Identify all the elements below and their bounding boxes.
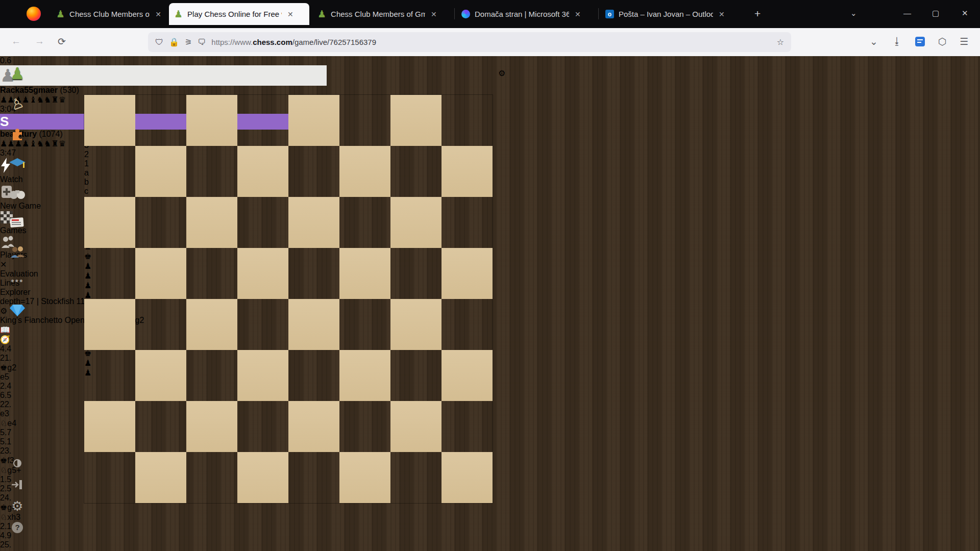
square-a7[interactable]: [84, 146, 135, 197]
square-a8[interactable]: [84, 95, 135, 146]
square-g8[interactable]: [390, 95, 442, 146]
square-h3[interactable]: [442, 350, 493, 401]
sidebar-sign-in-icon[interactable]: [6, 474, 29, 495]
sidebar-more-dots-icon[interactable]: •••: [6, 271, 29, 291]
extensions-icon[interactable]: ⬡: [938, 36, 947, 47]
square-d8[interactable]: [237, 95, 288, 146]
square-c3[interactable]: [186, 350, 237, 401]
menu-icon[interactable]: ☰: [960, 36, 968, 47]
square-d6[interactable]: [237, 197, 288, 248]
square-a4[interactable]: [84, 299, 135, 350]
square-d1[interactable]: [237, 452, 288, 503]
square-d2[interactable]: [237, 401, 288, 452]
square-c7[interactable]: [186, 146, 237, 197]
square-c1[interactable]: [186, 452, 237, 503]
square-g6[interactable]: [390, 197, 442, 248]
sidebar-premium-diamond-icon[interactable]: [6, 300, 29, 320]
sidebar-puzzles-piece-icon[interactable]: [6, 123, 29, 144]
square-e2[interactable]: [288, 401, 339, 452]
square-e7[interactable]: [288, 146, 339, 197]
lock-icon[interactable]: 🔒: [169, 37, 179, 47]
pocket-icon[interactable]: ⌄: [870, 36, 878, 47]
tab-close-icon[interactable]: ✕: [718, 10, 726, 18]
tab-close-icon[interactable]: ✕: [154, 10, 162, 18]
square-f6[interactable]: [339, 197, 390, 248]
square-b5[interactable]: [135, 248, 186, 299]
tab-close-icon[interactable]: ✕: [430, 10, 438, 18]
square-e5[interactable]: [288, 248, 339, 299]
square-e3[interactable]: [288, 350, 339, 401]
square-h4[interactable]: [442, 299, 493, 350]
reload-button[interactable]: ⟳: [58, 36, 66, 47]
square-c8[interactable]: [186, 95, 237, 146]
browser-tab[interactable]: ♟Chess Club Members of Gminaz✕: [312, 3, 453, 25]
square-f1[interactable]: [339, 452, 390, 503]
bookmark-star-icon[interactable]: ☆: [777, 37, 784, 47]
container-icon[interactable]: [915, 37, 925, 46]
square-h7[interactable]: [442, 146, 493, 197]
square-e1[interactable]: [288, 452, 339, 503]
window-close-button[interactable]: ✕: [962, 9, 968, 18]
square-g7[interactable]: [390, 146, 442, 197]
list-tabs-chevron-icon[interactable]: ⌄: [850, 9, 857, 18]
browser-tab[interactable]: ♟Chess Club Members of Gminaz✕: [51, 3, 167, 25]
browser-tab[interactable]: Domača stran | Microsoft 365✕: [456, 3, 597, 25]
square-d5[interactable]: [237, 248, 288, 299]
firefox-logo-icon[interactable]: [27, 7, 41, 21]
square-f4[interactable]: [339, 299, 390, 350]
reader-icon[interactable]: 🗨: [198, 38, 206, 47]
sidebar-play-pawn-icon[interactable]: ♟: [6, 63, 29, 84]
square-a6[interactable]: [84, 197, 135, 248]
chess-board[interactable]: 87654321abcdefgh♜♚♟♟♟♟♜♝♝♟♟♚♟♟: [84, 95, 493, 503]
black-move[interactable]: ♘xh3: [0, 512, 980, 522]
board-settings-gear-icon[interactable]: ⚙: [498, 68, 505, 78]
square-b3[interactable]: [135, 350, 186, 401]
tab-close-icon[interactable]: ✕: [574, 10, 582, 18]
browser-tab[interactable]: oPošta – Ivan Jovan – Outlook✕: [600, 3, 741, 25]
square-f3[interactable]: [339, 350, 390, 401]
sidebar-settings-gear-icon[interactable]: ⚙: [6, 496, 29, 516]
square-b6[interactable]: [135, 197, 186, 248]
permissions-icon[interactable]: ⚞: [185, 37, 192, 47]
sidebar-theme-contrast-icon[interactable]: [6, 453, 29, 473]
sidebar-social-people-icon[interactable]: [6, 242, 29, 262]
new-tab-button[interactable]: +: [754, 8, 761, 20]
square-e4[interactable]: [288, 299, 339, 350]
square-c2[interactable]: [186, 401, 237, 452]
square-g5[interactable]: [390, 248, 442, 299]
shield-icon[interactable]: 🛡: [155, 38, 163, 47]
square-b4[interactable]: [135, 299, 186, 350]
square-f2[interactable]: [339, 401, 390, 452]
sidebar-news-paper-icon[interactable]: [6, 212, 29, 233]
square-d7[interactable]: [237, 146, 288, 197]
square-f8[interactable]: [339, 95, 390, 146]
sidebar-vs-computer-hand-icon[interactable]: ♙: [6, 93, 29, 114]
square-e6[interactable]: [288, 197, 339, 248]
square-a3[interactable]: [84, 350, 135, 401]
square-f7[interactable]: [339, 146, 390, 197]
sidebar-learn-cap-icon[interactable]: [6, 154, 29, 174]
url-text[interactable]: https://www.chess.com/game/live/76257156…: [211, 38, 771, 46]
square-b7[interactable]: [135, 146, 186, 197]
player-name-top[interactable]: Racka55gmaer (530): [0, 86, 327, 95]
window-maximize-button[interactable]: ▢: [932, 9, 939, 18]
square-c4[interactable]: [186, 299, 237, 350]
sidebar-watch-binoculars-icon[interactable]: [6, 184, 29, 204]
square-c5[interactable]: [186, 248, 237, 299]
square-h6[interactable]: [442, 197, 493, 248]
square-g3[interactable]: [390, 350, 442, 401]
square-b2[interactable]: [135, 401, 186, 452]
square-e8[interactable]: [288, 95, 339, 146]
white-move[interactable]: ♚g4: [0, 503, 980, 512]
back-button[interactable]: ←: [11, 36, 21, 47]
square-f5[interactable]: [339, 248, 390, 299]
url-bar[interactable]: 🛡 🔒 ⚞ 🗨 https://www.chess.com/game/live/…: [148, 32, 791, 52]
square-h5[interactable]: [442, 248, 493, 299]
square-d3[interactable]: [237, 350, 288, 401]
square-g1[interactable]: [390, 452, 442, 503]
tab-close-icon[interactable]: ✕: [286, 10, 295, 18]
square-a5[interactable]: [84, 248, 135, 299]
square-h1[interactable]: [442, 452, 493, 503]
square-d4[interactable]: [237, 299, 288, 350]
browser-tab[interactable]: ♟Play Chess Online for Free with F✕: [169, 3, 309, 25]
